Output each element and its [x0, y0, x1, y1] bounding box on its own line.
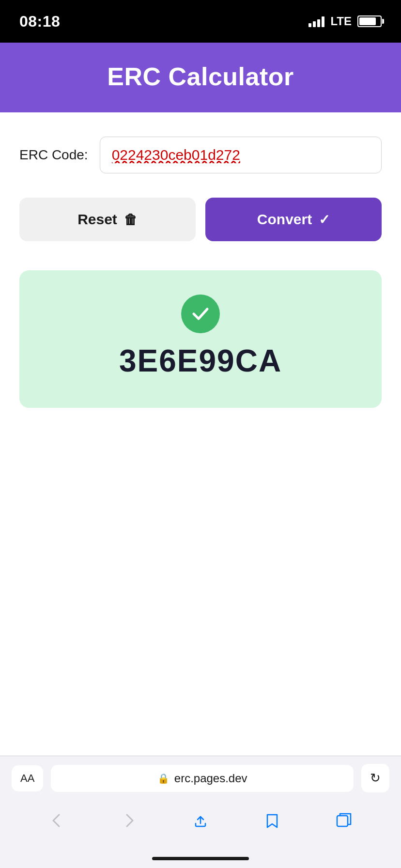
reload-button[interactable]: ↻ [361, 764, 389, 792]
share-button[interactable] [187, 807, 214, 834]
reload-icon: ↻ [370, 771, 381, 785]
home-indicator [0, 849, 401, 868]
main-content: ERC Code: Reset 🗑 Convert ✓ 3E6E99CA [0, 112, 401, 756]
reset-label: Reset [77, 211, 117, 228]
browser-bottom: AA 🔒 erc.pages.dev ↻ [0, 756, 401, 849]
signal-icon [308, 16, 324, 27]
svg-rect-0 [337, 816, 348, 826]
url-bar-row: AA 🔒 erc.pages.dev ↻ [12, 764, 389, 792]
lock-icon: 🔒 [157, 773, 170, 784]
status-icons: LTE [308, 15, 382, 28]
status-time: 08:18 [19, 13, 60, 31]
url-bar[interactable]: 🔒 erc.pages.dev [51, 765, 354, 792]
result-value: 3E6E99CA [119, 343, 282, 379]
aa-label: AA [20, 772, 34, 784]
url-text: erc.pages.dev [174, 772, 247, 785]
forward-button[interactable] [115, 807, 142, 834]
result-box: 3E6E99CA [19, 270, 382, 408]
trash-icon: 🗑 [124, 212, 138, 228]
back-button[interactable] [44, 807, 71, 834]
status-bar: 08:18 LTE [0, 0, 401, 43]
checkmark-icon: ✓ [319, 212, 330, 228]
tabs-button[interactable] [330, 807, 357, 834]
aa-button[interactable]: AA [12, 765, 43, 791]
battery-icon [357, 16, 382, 27]
nav-bar [12, 802, 389, 844]
app-header: ERC Calculator [0, 43, 401, 112]
erc-input-row: ERC Code: [19, 137, 382, 173]
reset-button[interactable]: Reset 🗑 [19, 198, 196, 241]
success-icon [181, 294, 220, 333]
erc-input[interactable] [100, 137, 382, 173]
convert-label: Convert [257, 211, 312, 228]
convert-button[interactable]: Convert ✓ [205, 198, 382, 241]
buttons-row: Reset 🗑 Convert ✓ [19, 198, 382, 241]
app-title: ERC Calculator [10, 62, 391, 91]
home-bar [152, 857, 249, 860]
erc-label: ERC Code: [19, 147, 88, 163]
network-type: LTE [330, 15, 352, 28]
bookmarks-button[interactable] [259, 807, 286, 834]
